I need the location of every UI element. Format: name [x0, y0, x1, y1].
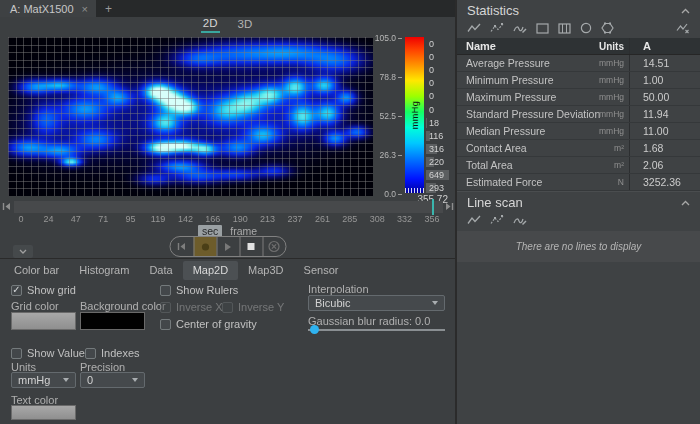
stat-value: 3252.36 — [629, 174, 700, 190]
statistics-table-body: Average PressuremmHg14.51Minimum Pressur… — [457, 55, 700, 191]
precision-value: 0 — [87, 374, 93, 386]
timeline-tick: 0 — [18, 214, 23, 224]
show-grid-checkbox[interactable]: Show grid — [11, 284, 76, 296]
table-row[interactable]: Maximum PressuremmHg50.00 — [457, 89, 700, 106]
draw-freehand-line-icon[interactable] — [513, 22, 527, 34]
inverse-y-label: Inverse Y — [238, 301, 284, 313]
view-mode-tabs: 2D 3D — [0, 17, 455, 33]
play-button[interactable] — [216, 237, 239, 256]
draw-rectangle-icon[interactable] — [536, 23, 549, 34]
pressure-heatmap-canvas[interactable] — [8, 37, 373, 196]
precision-select[interactable]: 0 — [80, 372, 145, 388]
inverse-x-checkbox[interactable]: Inverse X — [160, 301, 222, 313]
timeline-playhead[interactable] — [432, 199, 434, 215]
collapse-timeline-button[interactable] — [13, 245, 33, 258]
draw-polygon-icon[interactable] — [601, 22, 614, 34]
inverse-y-checkbox[interactable]: Inverse Y — [222, 301, 284, 313]
add-tab-button[interactable]: + — [96, 0, 121, 17]
settings-tab-histogram[interactable]: Histogram — [69, 261, 139, 280]
skip-end-icon[interactable] — [444, 202, 454, 211]
statistics-table-header[interactable]: Name Units A — [457, 38, 700, 55]
interpolation-select[interactable]: Bicubic — [308, 295, 445, 311]
show-rulers-checkbox[interactable]: Show Rulers — [160, 284, 238, 296]
units-select[interactable]: mmHg — [11, 372, 76, 388]
interpolation-label: Interpolation — [308, 283, 369, 295]
text-color-swatch[interactable] — [11, 405, 76, 420]
stat-name: Total Area — [457, 159, 587, 171]
background-color-label: Background color — [80, 300, 166, 312]
settings-tab-sensor[interactable]: Sensor — [294, 261, 349, 280]
record-button[interactable] — [193, 237, 216, 256]
colorbar-tick: 52.5 — [368, 111, 402, 121]
skip-start-icon[interactable] — [2, 202, 12, 211]
clear-lines-icon[interactable] — [676, 22, 690, 34]
indexes-checkbox[interactable]: Indexes — [85, 347, 140, 359]
line-scan-toolbar — [457, 212, 700, 230]
table-row[interactable]: Contact Aream²1.68 — [457, 140, 700, 157]
draw-line-icon[interactable] — [467, 22, 481, 34]
timeline-tick: 166 — [205, 214, 220, 224]
stat-value: 14.51 — [629, 55, 700, 71]
colorbar-bin-count: 220 — [429, 157, 444, 168]
settings-panel: Color barHistogramDataMap2DMap3DSensor S… — [0, 258, 455, 424]
settings-tab-map2d[interactable]: Map2D — [183, 261, 238, 280]
stat-units: N — [587, 177, 629, 187]
timeline-tick: 47 — [71, 214, 81, 224]
draw-line-icon[interactable] — [467, 214, 481, 226]
timeline-tick-labels: 0244771951191421661902132372612853083323… — [0, 214, 455, 224]
draw-polyline-icon[interactable] — [490, 214, 504, 226]
background-color-swatch[interactable] — [80, 312, 145, 330]
table-row[interactable]: Standard Pressure DeviationmmHg11.94 — [457, 106, 700, 123]
timeline-tick: 285 — [342, 214, 357, 224]
timeline-tick: 71 — [98, 214, 108, 224]
table-row[interactable]: Total Aream²2.06 — [457, 157, 700, 174]
close-tab-icon[interactable]: × — [82, 3, 88, 15]
colorbar-tick: 105.0 — [368, 33, 402, 43]
stat-units: mmHg — [587, 75, 629, 85]
timeline-tick: 261 — [315, 214, 330, 224]
draw-polyline-icon[interactable] — [490, 22, 504, 34]
stat-name: Estimated Force — [457, 176, 587, 188]
settings-tab-data[interactable]: Data — [139, 261, 182, 280]
column-units: Units — [587, 41, 629, 52]
show-values-checkbox[interactable]: Show Values — [11, 347, 90, 359]
checkbox-box — [160, 285, 171, 296]
document-tab[interactable]: A: MatX1500 × — [0, 0, 96, 17]
draw-grid-rectangle-icon[interactable] — [558, 23, 571, 34]
slider-thumb[interactable] — [310, 325, 319, 334]
table-row[interactable]: Estimated ForceN3252.36 — [457, 174, 700, 191]
table-row[interactable]: Minimum PressuremmHg1.00 — [457, 72, 700, 89]
draw-freehand-line-icon[interactable] — [513, 214, 527, 226]
gaussian-blur-slider[interactable] — [308, 325, 445, 335]
center-of-gravity-checkbox[interactable]: Center of gravity — [160, 318, 257, 330]
chevron-down-icon — [432, 301, 438, 305]
stat-name: Contact Area — [457, 142, 587, 154]
collapse-line-scan-icon[interactable] — [681, 200, 690, 206]
chevron-down-icon — [63, 378, 69, 382]
collapse-statistics-icon[interactable] — [681, 8, 690, 14]
timeline-tick: 332 — [397, 214, 412, 224]
stat-value: 2.06 — [629, 157, 700, 173]
table-row[interactable]: Median PressuremmHg11.00 — [457, 123, 700, 140]
colorbar-tick: 0.0 — [368, 189, 402, 199]
colorbar-bin-count: 316 — [429, 144, 444, 155]
timeline-track[interactable] — [14, 201, 443, 213]
stat-name: Minimum Pressure — [457, 74, 587, 86]
document-tab-bar: A: MatX1500 × + — [0, 0, 455, 17]
line-scan-empty-message: There are no lines to display — [457, 231, 700, 262]
table-row[interactable]: Average PressuremmHg14.51 — [457, 55, 700, 72]
timeline-tick: 24 — [43, 214, 53, 224]
stat-name: Standard Pressure Deviation — [457, 108, 587, 120]
checkbox-box — [222, 302, 233, 313]
stop-button[interactable] — [239, 237, 262, 256]
settings-tab-color-bar[interactable]: Color bar — [4, 261, 69, 280]
stat-units: mmHg — [587, 109, 629, 119]
cancel-record-button[interactable] — [262, 237, 285, 256]
tab-3d[interactable]: 3D — [236, 18, 255, 32]
main-area: A: MatX1500 × + 2D 3D mmHg 105.078.852.5… — [0, 0, 455, 424]
settings-tab-map3d[interactable]: Map3D — [238, 261, 293, 280]
skip-to-start-button[interactable] — [170, 237, 193, 256]
grid-color-swatch[interactable] — [11, 312, 76, 330]
tab-2d[interactable]: 2D — [201, 17, 220, 33]
draw-ellipse-icon[interactable] — [580, 22, 592, 34]
